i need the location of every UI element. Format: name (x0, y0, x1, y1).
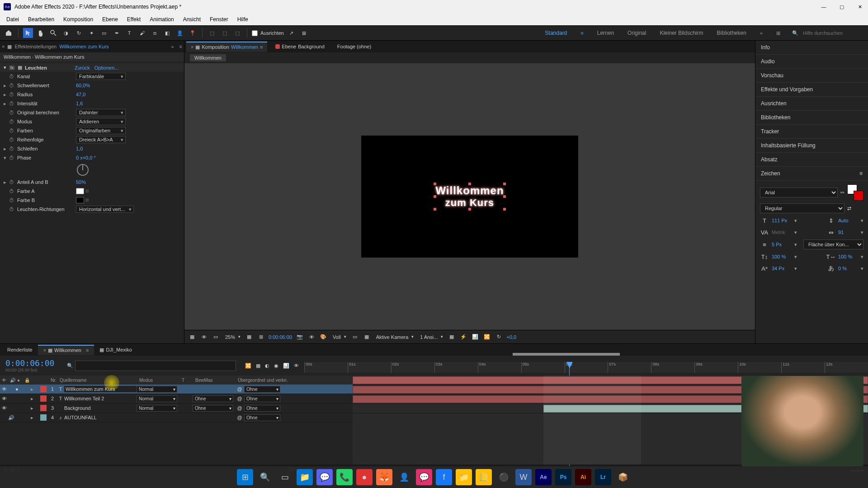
tracking-value[interactable]: 91 (838, 230, 858, 235)
timeline-tab-willkommen[interactable]: ×▦Willkommen≡ (38, 345, 94, 355)
app-icon-misc[interactable]: 📦 (615, 469, 631, 485)
maximize-button[interactable]: ▢ (837, 4, 846, 10)
effect-options[interactable]: Optionen... (94, 65, 119, 70)
track-matte-dropdown[interactable]: Ohne (193, 405, 233, 412)
layer-row[interactable]: 👁 ▸ 3 Background Normal Ohne @ Ohne (0, 404, 353, 413)
leading-value[interactable]: Auto (838, 218, 858, 223)
comp-tab-layer[interactable]: Ebene Background (271, 42, 329, 51)
reset-exposure-icon[interactable]: ↻ (495, 334, 503, 340)
snapshot-icon[interactable]: 📷 (296, 334, 304, 340)
selection-tool[interactable] (23, 28, 33, 38)
swap-colors-icon[interactable]: ⇄ (847, 206, 863, 211)
discord-icon[interactable]: 💬 (316, 469, 333, 485)
channel-icon[interactable]: 👁 (200, 334, 208, 340)
start-button[interactable]: ⊞ (237, 469, 253, 485)
messenger-icon[interactable]: 💬 (416, 469, 432, 485)
mask-icon[interactable]: ▭ (212, 334, 220, 340)
illustrator-icon[interactable]: Ai (575, 469, 591, 485)
stopwatch-icon[interactable] (9, 128, 15, 134)
clone-tool[interactable]: ⧈ (150, 28, 160, 38)
panel-menu-icon[interactable]: × (2, 44, 5, 49)
guides-icon[interactable]: ⊞ (257, 334, 265, 340)
facebook-icon[interactable]: f (436, 469, 452, 485)
motion-blur-icon[interactable]: ◉ (274, 363, 278, 369)
stopwatch-icon[interactable] (9, 137, 15, 143)
home-tool[interactable] (4, 28, 14, 38)
visibility-toggle[interactable]: 👁 (0, 405, 8, 411)
twirl-icon[interactable]: ▸ (31, 386, 39, 392)
stroke-style-dropdown[interactable]: Fläche über Kon... (803, 239, 863, 249)
schleifen-value[interactable]: 1,0 (76, 146, 83, 151)
word-icon[interactable]: W (515, 469, 532, 485)
pickwhip-icon[interactable]: @ (235, 415, 244, 420)
eyedropper-icon[interactable]: ⌑ (86, 188, 89, 194)
roto-tool[interactable]: 👤 (175, 28, 185, 38)
effect-reset[interactable]: Zurück (75, 65, 90, 70)
rotate-tool[interactable]: ↻ (74, 28, 84, 38)
stopwatch-icon[interactable] (9, 83, 15, 89)
task-view-icon[interactable]: ▭ (277, 469, 293, 485)
modus-dropdown[interactable]: Addieren (76, 118, 126, 125)
panel-ausrichten[interactable]: Ausrichten (755, 97, 868, 111)
puppet-tool[interactable]: 📍 (188, 28, 198, 38)
font-style-dropdown[interactable]: Regular (760, 203, 844, 213)
panel-options-icon[interactable]: ≡ (179, 44, 182, 49)
timeline-icon[interactable]: 📊 (471, 334, 479, 340)
menu-komposition[interactable]: Komposition (59, 14, 98, 24)
blend-mode-dropdown[interactable]: Normal (137, 386, 177, 393)
panel-options-icon[interactable]: ≡ (859, 170, 863, 177)
hscale-value[interactable]: 100 % (838, 254, 858, 259)
current-timecode[interactable]: 0:00:06:00 (5, 358, 58, 368)
radius-value[interactable]: 47,0 (76, 92, 85, 97)
parent-dropdown[interactable]: Ohne (244, 386, 280, 393)
reihenfolge-dropdown[interactable]: Dreieck A>B>A (76, 136, 126, 143)
stopwatch-icon[interactable] (9, 119, 15, 125)
alpha-icon[interactable]: ▦ (188, 334, 196, 340)
layer-color-tag[interactable] (40, 414, 47, 421)
timeline-tab-dji[interactable]: ▦DJI_Mexiko (94, 345, 137, 355)
composition-viewer[interactable]: Willkommen zum Kurs (184, 63, 755, 330)
stopwatch-icon[interactable] (9, 197, 15, 203)
stopwatch-icon[interactable] (9, 206, 15, 212)
grid-icon[interactable]: ▦ (245, 334, 253, 340)
menu-animation[interactable]: Animation (145, 14, 178, 24)
twirl-icon[interactable]: ▸ (31, 396, 39, 402)
original-dropdown[interactable]: Dahinter (76, 109, 126, 116)
track-matte-dropdown[interactable]: Ohne (193, 395, 233, 402)
anteil-value[interactable]: 50% (76, 179, 86, 185)
stopwatch-icon[interactable] (9, 74, 15, 80)
eyedropper-icon[interactable]: ✏ (840, 190, 844, 196)
layer-name[interactable]: Background (64, 405, 137, 411)
panel-effekte[interactable]: Effekte und Vorgaben (755, 83, 868, 97)
parent-dropdown[interactable]: Ohne (244, 414, 280, 421)
graph-editor-icon[interactable]: 📊 (283, 363, 289, 369)
folder-icon[interactable]: 📁 (456, 469, 472, 485)
close-button[interactable]: ✕ (855, 4, 864, 10)
comp-breadcrumb[interactable]: Willkommen (190, 54, 226, 61)
anchor-tool[interactable]: ✦ (86, 28, 96, 38)
fast-preview-icon[interactable]: ⚡ (459, 334, 467, 340)
photoshop-icon[interactable]: Ps (555, 469, 571, 485)
twirl-icon[interactable]: ▸ (31, 405, 39, 411)
world-axis-icon[interactable]: ⬚ (220, 28, 230, 38)
panel-overflow-icon[interactable]: » (171, 44, 174, 49)
farbe-a-swatch[interactable] (76, 188, 84, 194)
pixel-aspect-icon[interactable]: ▦ (448, 334, 456, 340)
brush-tool[interactable]: 🖌 (137, 28, 147, 38)
audio-toggle[interactable]: 🔊 (8, 415, 15, 421)
type-tool[interactable]: T (124, 28, 134, 38)
snap-options-icon[interactable]: ↗ (287, 28, 297, 38)
panel-tracker[interactable]: Tracker (755, 125, 868, 139)
draft-3d-icon[interactable]: ▦ (256, 363, 260, 369)
layer-name[interactable]: Willkommen zum Kurs (64, 386, 137, 392)
layer-search-input[interactable] (75, 361, 236, 371)
eraser-tool[interactable]: ◧ (162, 28, 172, 38)
workspace-switch-icon[interactable]: ⊞ (776, 30, 780, 36)
baseline-value[interactable]: 34 Px (772, 266, 792, 271)
stopwatch-icon[interactable] (9, 188, 15, 194)
camera-dropdown[interactable]: Aktive Kamera (374, 333, 415, 341)
visibility-toggle[interactable]: 👁 (0, 386, 8, 392)
local-axis-icon[interactable]: ⬚ (207, 28, 217, 38)
pen-tool[interactable]: ✒ (112, 28, 122, 38)
stopwatch-icon[interactable] (9, 101, 15, 107)
